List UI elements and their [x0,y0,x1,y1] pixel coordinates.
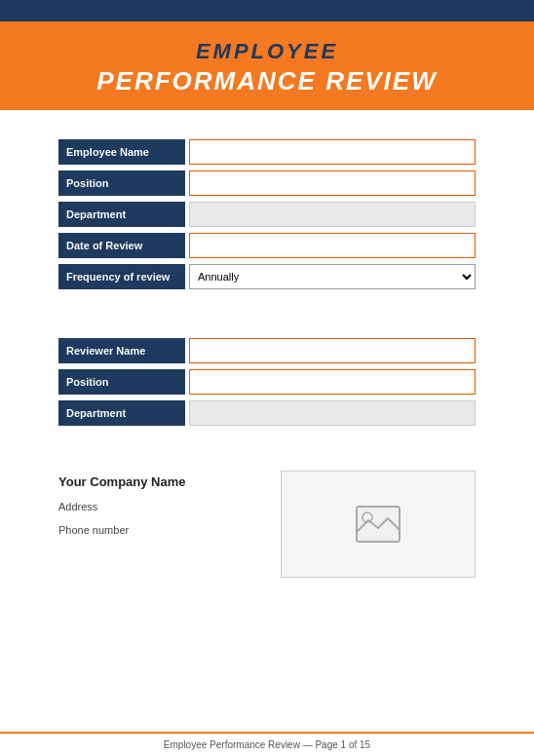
input-reviewer-position[interactable] [189,369,476,395]
label-position: Position [58,170,185,196]
image-icon [355,505,401,544]
form-row-frequency: Frequency of review Annually Semi-Annual… [58,264,476,289]
label-employee-name: Employee Name [58,139,185,165]
top-bar [0,0,534,21]
form-row-reviewer-name: Reviewer Name [58,338,476,363]
label-reviewer-name: Reviewer Name [58,338,185,363]
label-frequency: Frequency of review [58,264,185,289]
company-phone: Phone number [58,524,186,536]
company-address: Address [58,501,186,512]
main-content: Employee Name Position Department Date o… [0,110,534,732]
logo-placeholder [281,471,476,578]
company-info: Your Company Name Address Phone number [58,471,186,536]
section-spacer [58,315,476,338]
label-date-review: Date of Review [58,233,185,258]
input-reviewer-department[interactable] [189,400,476,426]
footer-text: Employee Performance Review — Page 1 of … [10,739,524,750]
form-row-position: Position [58,170,476,196]
form-row-reviewer-department: Department [58,400,476,426]
footer: Employee Performance Review — Page 1 of … [0,732,534,756]
input-date-review[interactable] [189,233,476,258]
select-frequency[interactable]: Annually Semi-Annually Quarterly Monthly [189,264,476,289]
form-row-employee-name: Employee Name [58,139,476,165]
page: EMPLOYEE PERFORMANCE REVIEW Employee Nam… [0,0,534,756]
header-title-line2: PERFORMANCE REVIEW [10,66,524,96]
company-section: Your Company Name Address Phone number [58,471,476,578]
label-department: Department [58,202,185,227]
company-name: Your Company Name [58,474,186,489]
form-row-reviewer-position: Position [58,369,476,395]
label-reviewer-department: Department [58,400,185,426]
input-position[interactable] [189,170,476,196]
form-section-1: Employee Name Position Department Date o… [58,139,476,295]
header-title-line1: EMPLOYEE [10,39,524,64]
label-reviewer-position: Position [58,369,185,395]
form-section-2: Reviewer Name Position Department [58,338,476,432]
form-row-department: Department [58,202,476,227]
input-department[interactable] [189,202,476,227]
form-row-date-review: Date of Review [58,233,476,258]
input-employee-name[interactable] [189,139,476,165]
input-reviewer-name[interactable] [189,338,476,363]
header-section: EMPLOYEE PERFORMANCE REVIEW [0,21,534,110]
